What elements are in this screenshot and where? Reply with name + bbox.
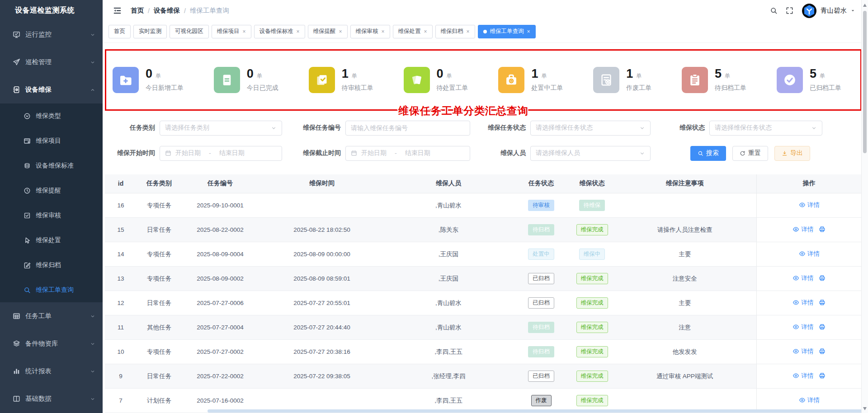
search-button[interactable]: 搜索 [690, 146, 726, 161]
detail-link[interactable]: 详情 [793, 299, 813, 307]
tab-close-icon[interactable]: × [467, 29, 470, 34]
tab-close-icon[interactable]: × [297, 29, 300, 34]
menu-fold-icon [113, 6, 122, 15]
sidebar-item-0[interactable]: 运行监控 [0, 21, 103, 48]
scroll-up-arrow[interactable] [863, 4, 867, 7]
print-button[interactable] [819, 226, 826, 233]
stat-label: 待处置工单 [437, 84, 468, 92]
export-button[interactable]: 导出 [774, 146, 810, 161]
print-button[interactable] [819, 299, 826, 306]
sidebar-subitem-4[interactable]: 维保审核 [0, 203, 103, 228]
tab-1[interactable]: 实时监测 [133, 25, 167, 38]
维保开始时间-daterange[interactable]: 开始日期-结束日期 [160, 146, 282, 161]
scrollbar-thumb[interactable] [863, 11, 867, 153]
print-button[interactable] [819, 372, 826, 379]
main-area: 首页 / 设备维保 / 维保工单查询 青山碧水 [103, 0, 868, 413]
stat-card-icon-badge [404, 67, 430, 93]
tab-3[interactable]: 维保项目× [212, 25, 251, 38]
tab-label: 首页 [114, 28, 125, 35]
sidebar-subitem-6[interactable]: 维保归档 [0, 253, 103, 277]
cell-note [613, 193, 756, 218]
cell-staff: ,张经理,李四 [385, 364, 512, 389]
tab-2[interactable]: 可视化园区 [170, 25, 209, 38]
pointer-icon [24, 237, 31, 244]
stat-card-icon-badge [214, 67, 240, 93]
stat-unit: 单 [725, 72, 730, 80]
detail-label: 详情 [801, 323, 813, 331]
sidebar-subitem-5[interactable]: 维保处置 [0, 228, 103, 253]
sidebar-subitem-7[interactable]: 维保工单查询 [0, 277, 103, 302]
sidebar-item-4[interactable]: 备件物资库 [0, 330, 103, 357]
detail-link[interactable]: 详情 [793, 323, 813, 331]
维保截止时间-daterange[interactable]: 开始日期-结束日期 [345, 146, 470, 161]
sidebar-subitem-label: 维保处置 [36, 236, 95, 244]
detail-link[interactable]: 详情 [799, 201, 820, 209]
维保任务编号-input-wrap [345, 121, 470, 136]
tab-4[interactable]: 设备维保标准× [254, 25, 305, 38]
维保任务编号-input[interactable] [351, 124, 465, 131]
tab-close-icon[interactable]: × [527, 29, 530, 34]
detail-label: 详情 [801, 347, 813, 356]
printer-icon [819, 299, 826, 306]
维保人员-select[interactable]: 请选择维保人员 [530, 146, 651, 161]
user-menu[interactable]: 青山碧水 [802, 3, 855, 19]
fullscreen-button[interactable] [786, 7, 793, 14]
scroll-down-arrow[interactable] [863, 407, 867, 410]
tab-8[interactable]: 维保归档× [435, 25, 475, 38]
detail-link[interactable]: 详情 [793, 274, 813, 282]
sidebar-item-5[interactable]: 统计报表 [0, 357, 103, 385]
cell-maint-status: 维保完成 [571, 364, 613, 389]
tab-6[interactable]: 维保审核× [350, 25, 390, 38]
button-label: 导出 [790, 149, 803, 157]
detail-link[interactable]: 详情 [793, 347, 813, 356]
tab-0[interactable]: 首页 [108, 25, 131, 38]
header-search-button[interactable] [770, 7, 778, 14]
tab-7[interactable]: 维保处置× [393, 25, 433, 38]
horizontal-scrollbar[interactable] [208, 409, 868, 413]
sidebar-subitem-1[interactable]: 维保项目 [0, 128, 103, 153]
sidebar-item-2[interactable]: 设备维保 [0, 76, 103, 103]
tab-close-icon[interactable]: × [424, 29, 427, 34]
reset-button[interactable]: 重置 [732, 146, 768, 161]
sidebar-subitem-3[interactable]: 维保提醒 [0, 178, 103, 203]
sidebar-subitem-0[interactable]: 维保类型 [0, 103, 103, 128]
vertical-scrollbar[interactable] [861, 0, 868, 413]
sidebar-item-6[interactable]: 基础数据 [0, 385, 103, 413]
chevron-down-icon [90, 341, 95, 347]
tab-close-icon[interactable]: × [243, 29, 246, 34]
print-button[interactable] [819, 348, 826, 355]
status-badge: 已归档 [528, 371, 554, 382]
detail-link[interactable]: 详情 [799, 396, 820, 404]
print-button[interactable] [819, 275, 826, 282]
tab-close-icon[interactable]: × [382, 29, 385, 34]
breadcrumb-home[interactable]: 首页 [131, 6, 144, 15]
detail-link[interactable]: 详情 [799, 250, 820, 258]
维保状态-select[interactable]: 请选择维保任务状态 [709, 121, 822, 136]
filter-field: 维保状态请选择维保任务状态 [673, 121, 822, 136]
breadcrumb-section[interactable]: 设备维保 [154, 6, 180, 15]
print-button[interactable] [819, 324, 826, 330]
detail-link[interactable]: 详情 [793, 225, 813, 234]
menu-fold-button[interactable] [113, 6, 122, 15]
button-label: 搜索 [706, 149, 719, 157]
chevron-down-icon [639, 125, 645, 131]
tab-5[interactable]: 维保提醒× [308, 25, 348, 38]
维保任务状态-select[interactable]: 请选择维保任务状态 [530, 121, 651, 136]
sidebar-item-3[interactable]: 任务工单 [0, 302, 103, 330]
detail-label: 详情 [801, 299, 813, 307]
stat-value: 5 [810, 68, 816, 80]
cell-id: 13 [105, 267, 137, 291]
detail-link[interactable]: 详情 [793, 372, 813, 380]
tab-close-icon[interactable]: × [339, 29, 342, 34]
sidebar-item-label: 基础数据 [25, 394, 90, 403]
sidebar-subitem-2[interactable]: 设备维保标准 [0, 153, 103, 178]
filter-label: 维保开始时间 [108, 149, 160, 157]
tab-9[interactable]: 维保工单查询× [478, 25, 536, 38]
filter-form: 任务类别请选择任务类别维保任务编号维保任务状态请选择维保任务状态维保状态请选择维… [108, 121, 862, 161]
任务类别-select[interactable]: 请选择任务类别 [160, 121, 282, 136]
topbar-actions: 青山碧水 [770, 3, 855, 19]
sidebar-item-1[interactable]: 巡检管理 [0, 48, 103, 76]
cell-note: 主要 [613, 242, 756, 267]
status-badge: 处置中 [528, 249, 554, 260]
select-placeholder: 请选择维保任务状态 [536, 124, 593, 132]
